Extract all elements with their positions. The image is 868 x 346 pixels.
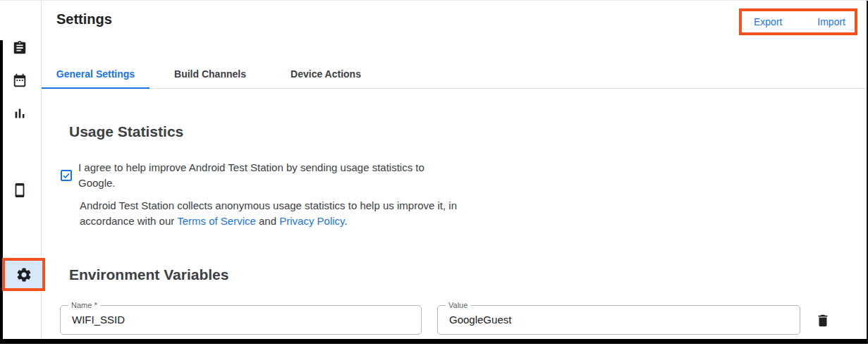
usage-agree-label: I agree to help improve Android Test Sta…: [78, 160, 459, 191]
checkmark-icon: [62, 171, 71, 180]
export-button[interactable]: Export: [754, 16, 782, 27]
info-text-between: and: [256, 215, 279, 227]
calendar-icon[interactable]: [12, 73, 29, 89]
privacy-policy-link[interactable]: Privacy Policy: [279, 215, 344, 227]
env-name-field: Name *: [60, 305, 422, 335]
tab-build-channels[interactable]: Build Channels: [149, 59, 271, 89]
tab-device-actions[interactable]: Device Actions: [271, 59, 381, 89]
frame-bottom-border: [0, 339, 868, 344]
env-name-input[interactable]: [72, 314, 410, 326]
trash-icon: [815, 313, 831, 328]
env-value-input[interactable]: [449, 314, 788, 326]
export-import-annotation-box: Export Import: [739, 8, 857, 35]
env-value-label: Value: [446, 301, 470, 309]
tab-bar: General Settings Build Channels Device A…: [42, 59, 867, 89]
usage-info-text: Android Test Station collects anonymous …: [80, 198, 470, 229]
usage-agree-row: I agree to help improve Android Test Sta…: [61, 160, 466, 191]
settings-gear-icon[interactable]: [16, 266, 32, 283]
settings-annotation-box: [2, 258, 45, 291]
clipboard-icon[interactable]: [12, 40, 29, 57]
env-value-field: Value: [437, 305, 800, 335]
usage-statistics-heading: Usage Statistics: [69, 123, 183, 140]
page-title: Settings: [56, 11, 112, 27]
delete-variable-button[interactable]: [813, 311, 833, 330]
terms-of-service-link[interactable]: Terms of Service: [177, 215, 256, 227]
info-text-after: .: [344, 215, 347, 227]
usage-agree-checkbox[interactable]: [61, 170, 72, 181]
smartphone-icon[interactable]: [12, 183, 29, 199]
settings-page: Settings Export Import General Settings …: [0, 0, 868, 346]
environment-variables-heading: Environment Variables: [69, 266, 228, 283]
frame-left-border: [0, 40, 3, 344]
env-name-label: Name *: [68, 301, 100, 309]
tab-general-settings[interactable]: General Settings: [42, 59, 149, 89]
bar-chart-icon[interactable]: [12, 106, 29, 123]
import-button[interactable]: Import: [817, 16, 845, 27]
